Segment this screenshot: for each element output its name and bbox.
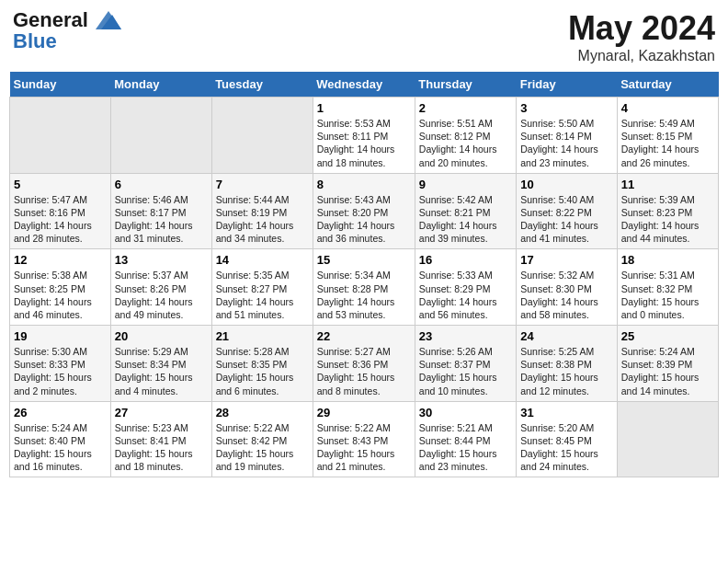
day-info: Sunrise: 5:22 AM Sunset: 8:43 PM Dayligh… xyxy=(317,421,411,474)
day-info: Sunrise: 5:37 AM Sunset: 8:26 PM Dayligh… xyxy=(115,269,208,321)
day-number: 4 xyxy=(621,101,714,115)
day-info: Sunrise: 5:30 AM Sunset: 8:33 PM Dayligh… xyxy=(14,345,107,397)
calendar-cell: 17Sunrise: 5:32 AM Sunset: 8:30 PM Dayli… xyxy=(517,249,617,326)
logo-icon xyxy=(96,11,121,31)
calendar-cell xyxy=(211,98,313,174)
day-number: 27 xyxy=(115,406,208,419)
calendar-cell: 7Sunrise: 5:44 AM Sunset: 8:19 PM Daylig… xyxy=(211,173,313,249)
calendar-cell: 6Sunrise: 5:46 AM Sunset: 8:17 PM Daylig… xyxy=(110,173,211,249)
calendar-cell: 30Sunrise: 5:21 AM Sunset: 8:44 PM Dayli… xyxy=(415,401,516,477)
day-number: 10 xyxy=(520,178,612,191)
calendar-cell xyxy=(110,98,211,174)
calendar-cell xyxy=(617,401,718,477)
calendar-cell: 24Sunrise: 5:25 AM Sunset: 8:38 PM Dayli… xyxy=(517,326,617,402)
day-number: 15 xyxy=(317,253,411,267)
day-info: Sunrise: 5:43 AM Sunset: 8:20 PM Dayligh… xyxy=(317,193,411,246)
day-info: Sunrise: 5:28 AM Sunset: 8:35 PM Dayligh… xyxy=(216,345,309,397)
day-info: Sunrise: 5:25 AM Sunset: 8:38 PM Dayligh… xyxy=(520,345,612,397)
calendar-week-row: 26Sunrise: 5:24 AM Sunset: 8:40 PM Dayli… xyxy=(10,401,719,477)
weekday-header: Thursday xyxy=(415,72,516,98)
day-number: 25 xyxy=(621,329,714,343)
day-number: 28 xyxy=(216,406,309,419)
day-number: 11 xyxy=(621,178,714,191)
day-info: Sunrise: 5:53 AM Sunset: 8:11 PM Dayligh… xyxy=(317,117,411,169)
day-info: Sunrise: 5:38 AM Sunset: 8:25 PM Dayligh… xyxy=(14,269,107,321)
day-number: 13 xyxy=(115,253,208,267)
logo-text: General xyxy=(13,9,121,31)
day-info: Sunrise: 5:51 AM Sunset: 8:12 PM Dayligh… xyxy=(419,117,512,169)
day-info: Sunrise: 5:26 AM Sunset: 8:37 PM Dayligh… xyxy=(419,345,512,397)
day-number: 3 xyxy=(520,101,612,115)
day-info: Sunrise: 5:29 AM Sunset: 8:34 PM Dayligh… xyxy=(115,345,208,397)
month-title: May 2024 xyxy=(568,9,715,48)
calendar-week-row: 1Sunrise: 5:53 AM Sunset: 8:11 PM Daylig… xyxy=(10,98,719,174)
day-number: 23 xyxy=(419,329,512,343)
day-number: 12 xyxy=(14,253,107,267)
calendar-cell: 11Sunrise: 5:39 AM Sunset: 8:23 PM Dayli… xyxy=(617,173,718,249)
day-info: Sunrise: 5:21 AM Sunset: 8:44 PM Dayligh… xyxy=(419,421,512,474)
day-number: 16 xyxy=(419,253,512,267)
day-number: 2 xyxy=(419,101,512,115)
calendar-cell: 5Sunrise: 5:47 AM Sunset: 8:16 PM Daylig… xyxy=(10,173,111,249)
calendar-cell: 15Sunrise: 5:34 AM Sunset: 8:28 PM Dayli… xyxy=(313,249,415,326)
day-number: 8 xyxy=(317,178,411,191)
day-number: 21 xyxy=(216,329,309,343)
calendar-week-row: 12Sunrise: 5:38 AM Sunset: 8:25 PM Dayli… xyxy=(10,249,719,326)
day-info: Sunrise: 5:39 AM Sunset: 8:23 PM Dayligh… xyxy=(621,193,714,246)
calendar-cell: 9Sunrise: 5:42 AM Sunset: 8:21 PM Daylig… xyxy=(415,173,516,249)
calendar-week-row: 19Sunrise: 5:30 AM Sunset: 8:33 PM Dayli… xyxy=(10,326,719,402)
day-number: 22 xyxy=(317,329,411,343)
day-info: Sunrise: 5:33 AM Sunset: 8:29 PM Dayligh… xyxy=(419,269,512,321)
calendar-cell: 12Sunrise: 5:38 AM Sunset: 8:25 PM Dayli… xyxy=(10,249,111,326)
day-number: 26 xyxy=(14,406,107,419)
day-info: Sunrise: 5:35 AM Sunset: 8:27 PM Dayligh… xyxy=(216,269,309,321)
day-info: Sunrise: 5:32 AM Sunset: 8:30 PM Dayligh… xyxy=(520,269,612,321)
day-number: 20 xyxy=(115,329,208,343)
weekday-header: Sunday xyxy=(10,72,111,98)
page-header: General Blue May 2024 Mynaral, Kazakhsta… xyxy=(9,9,719,64)
day-info: Sunrise: 5:22 AM Sunset: 8:42 PM Dayligh… xyxy=(216,421,309,474)
day-info: Sunrise: 5:42 AM Sunset: 8:21 PM Dayligh… xyxy=(419,193,512,246)
day-info: Sunrise: 5:23 AM Sunset: 8:41 PM Dayligh… xyxy=(115,421,208,474)
calendar-week-row: 5Sunrise: 5:47 AM Sunset: 8:16 PM Daylig… xyxy=(10,173,719,249)
weekday-header: Wednesday xyxy=(313,72,415,98)
title-area: May 2024 Mynaral, Kazakhstan xyxy=(568,9,715,64)
day-number: 24 xyxy=(520,329,612,343)
day-info: Sunrise: 5:49 AM Sunset: 8:15 PM Dayligh… xyxy=(621,117,714,169)
calendar-cell: 28Sunrise: 5:22 AM Sunset: 8:42 PM Dayli… xyxy=(211,401,313,477)
calendar-cell: 23Sunrise: 5:26 AM Sunset: 8:37 PM Dayli… xyxy=(415,326,516,402)
calendar-cell: 4Sunrise: 5:49 AM Sunset: 8:15 PM Daylig… xyxy=(617,98,718,174)
calendar-cell: 18Sunrise: 5:31 AM Sunset: 8:32 PM Dayli… xyxy=(617,249,718,326)
day-number: 29 xyxy=(317,406,411,419)
calendar-cell: 25Sunrise: 5:24 AM Sunset: 8:39 PM Dayli… xyxy=(617,326,718,402)
day-number: 6 xyxy=(115,178,208,191)
calendar-cell: 31Sunrise: 5:20 AM Sunset: 8:45 PM Dayli… xyxy=(517,401,617,477)
day-info: Sunrise: 5:24 AM Sunset: 8:40 PM Dayligh… xyxy=(14,421,107,474)
day-number: 1 xyxy=(317,101,411,115)
weekday-header: Saturday xyxy=(617,72,718,98)
day-number: 18 xyxy=(621,253,714,267)
calendar-cell xyxy=(10,98,111,174)
weekday-header: Tuesday xyxy=(211,72,313,98)
day-info: Sunrise: 5:34 AM Sunset: 8:28 PM Dayligh… xyxy=(317,269,411,321)
calendar-table: SundayMondayTuesdayWednesdayThursdayFrid… xyxy=(9,72,719,477)
logo-blue: Blue xyxy=(13,31,121,52)
day-number: 30 xyxy=(419,406,512,419)
day-number: 31 xyxy=(520,406,612,419)
calendar-cell: 3Sunrise: 5:50 AM Sunset: 8:14 PM Daylig… xyxy=(517,98,617,174)
day-info: Sunrise: 5:27 AM Sunset: 8:36 PM Dayligh… xyxy=(317,345,411,397)
day-info: Sunrise: 5:40 AM Sunset: 8:22 PM Dayligh… xyxy=(520,193,612,246)
day-info: Sunrise: 5:44 AM Sunset: 8:19 PM Dayligh… xyxy=(216,193,309,246)
day-number: 5 xyxy=(14,178,107,191)
calendar-cell: 2Sunrise: 5:51 AM Sunset: 8:12 PM Daylig… xyxy=(415,98,516,174)
day-number: 7 xyxy=(216,178,309,191)
calendar-cell: 14Sunrise: 5:35 AM Sunset: 8:27 PM Dayli… xyxy=(211,249,313,326)
day-info: Sunrise: 5:47 AM Sunset: 8:16 PM Dayligh… xyxy=(14,193,107,246)
calendar-cell: 21Sunrise: 5:28 AM Sunset: 8:35 PM Dayli… xyxy=(211,326,313,402)
location: Mynaral, Kazakhstan xyxy=(568,48,715,64)
weekday-header: Friday xyxy=(517,72,617,98)
day-info: Sunrise: 5:50 AM Sunset: 8:14 PM Dayligh… xyxy=(520,117,612,169)
calendar-cell: 22Sunrise: 5:27 AM Sunset: 8:36 PM Dayli… xyxy=(313,326,415,402)
calendar-cell: 8Sunrise: 5:43 AM Sunset: 8:20 PM Daylig… xyxy=(313,173,415,249)
day-number: 17 xyxy=(520,253,612,267)
